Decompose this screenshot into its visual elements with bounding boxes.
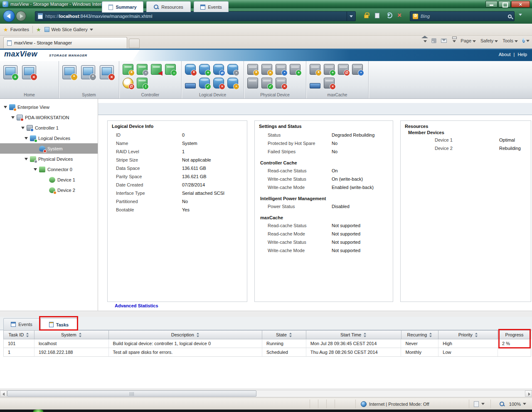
tree-item-system[interactable]: System	[0, 143, 98, 154]
scrollbar-thumb[interactable]	[7, 390, 256, 397]
delete-logical-device-icon[interactable]	[213, 78, 224, 88]
sort-icon[interactable]	[79, 333, 82, 337]
search-input[interactable]: Bing	[410, 11, 515, 21]
logical-keyboard-icon[interactable]	[185, 83, 196, 88]
tree-item-device-2[interactable]: Device 2	[0, 185, 98, 195]
verify-logical-device-icon[interactable]	[199, 78, 210, 88]
logical-lock-icon[interactable]	[227, 64, 238, 75]
sort-icon[interactable]	[197, 333, 200, 337]
tools-menu[interactable]: Tools	[502, 38, 518, 43]
maxcache-delete-icon[interactable]	[324, 78, 335, 88]
tab-summary[interactable]: Summary	[102, 1, 143, 12]
sort-icon[interactable]	[26, 333, 29, 337]
add-system-icon[interactable]	[3, 65, 17, 79]
home-button[interactable]	[422, 38, 427, 43]
favorites-button[interactable]: Favorites	[10, 27, 29, 32]
column-header-progress[interactable]: Progress	[498, 331, 531, 339]
migrate-logical-device-icon[interactable]	[213, 64, 224, 75]
maxcache-disable-icon[interactable]	[338, 64, 349, 75]
chevron-down-icon[interactable]	[90, 29, 93, 31]
horizontal-scrollbar[interactable]	[0, 390, 532, 397]
close-button[interactable]	[511, 1, 530, 7]
sort-icon[interactable]	[429, 333, 432, 337]
maximize-button[interactable]	[498, 1, 510, 7]
verify-physical-device-icon[interactable]	[261, 78, 272, 88]
column-header-state[interactable]: State	[262, 331, 306, 339]
maxcache-settings-icon[interactable]	[310, 64, 320, 75]
tree-item-logical-devices[interactable]: Logical Devices	[0, 133, 98, 143]
zoom-control[interactable]: 100%	[500, 398, 526, 410]
expander-icon[interactable]	[3, 105, 8, 109]
tree-item-device-1[interactable]: Device 1	[0, 174, 98, 185]
logical-settings-icon[interactable]	[185, 64, 196, 75]
sort-icon[interactable]	[475, 333, 478, 337]
rss-feed-icon[interactable]	[431, 38, 436, 43]
logical-schedule-icon[interactable]	[227, 78, 238, 88]
tree-item-physical-devices[interactable]: Physical Devices	[0, 154, 98, 164]
new-tab-button[interactable]	[129, 39, 140, 48]
physical-uninitialize-icon[interactable]	[261, 64, 272, 75]
physical-locate-icon[interactable]	[276, 64, 286, 75]
expander-icon[interactable]	[21, 125, 25, 130]
expander-icon[interactable]	[24, 157, 29, 161]
controller-diagnostics-icon[interactable]	[137, 78, 148, 88]
controller-settings-icon[interactable]	[123, 64, 133, 75]
search-icon[interactable]	[508, 15, 512, 18]
advanced-statistics-link[interactable]: Advanced Statistics	[115, 303, 158, 308]
maxcache-status-icon[interactable]	[352, 64, 363, 75]
tab-events-bottom[interactable]: Events	[3, 318, 40, 330]
tree-item-controller-1[interactable]: Controller 1	[0, 123, 98, 133]
column-header-priority[interactable]: Priority	[438, 331, 498, 339]
column-header-recurring[interactable]: Recurring	[401, 331, 439, 339]
column-header-task-id[interactable]: Task ID	[4, 331, 34, 339]
tree-item-enterprise-view[interactable]: Enterprise View	[0, 102, 98, 112]
tree-item-workstation[interactable]: PDA-WORKSTATION	[0, 112, 98, 123]
forward-button[interactable]	[16, 11, 26, 21]
scroll-right-button[interactable]	[525, 390, 532, 397]
controller-rescan-icon[interactable]	[165, 64, 176, 75]
about-link[interactable]: About	[499, 52, 511, 57]
physical-initialize-icon[interactable]	[290, 64, 300, 75]
system-config-icon[interactable]	[81, 65, 95, 79]
column-header-system[interactable]: System	[34, 331, 109, 339]
stop-button[interactable]	[397, 12, 403, 18]
web-slice-gallery-button[interactable]: Web Slice Gallery	[52, 27, 88, 32]
silence-alarm-icon[interactable]	[123, 78, 133, 88]
add-favorite-icon[interactable]	[36, 27, 41, 33]
table-row[interactable]: 1 192.168.222.188 Test all spare disks f…	[3, 348, 531, 357]
expander-icon[interactable]	[24, 136, 29, 140]
clear-configuration-icon[interactable]	[100, 65, 114, 79]
search-dropdown-icon[interactable]	[519, 14, 522, 16]
compatibility-view-button[interactable]	[375, 13, 379, 18]
page-mode-button[interactable]	[474, 398, 485, 410]
back-button[interactable]	[3, 10, 15, 22]
help-link[interactable]: Help	[517, 52, 527, 57]
mail-icon[interactable]	[441, 39, 447, 43]
sort-icon[interactable]	[289, 333, 292, 337]
expander-icon[interactable]	[11, 115, 15, 120]
maxcache-create-icon[interactable]	[324, 64, 335, 75]
url-dropdown-button[interactable]	[347, 12, 353, 21]
refresh-button[interactable]	[387, 12, 392, 18]
table-row[interactable]: 101 localhost Build logical device: cont…	[3, 339, 531, 348]
system-settings-icon[interactable]	[62, 65, 76, 79]
help-button[interactable]	[522, 38, 530, 44]
delete-system-icon[interactable]	[22, 65, 36, 79]
controller-save-config-icon[interactable]	[137, 64, 148, 75]
tab-events[interactable]: Events	[194, 1, 229, 12]
maxcache-keyboard-icon[interactable]	[310, 83, 320, 88]
column-header-description[interactable]: Description	[109, 331, 262, 339]
start-orb-icon[interactable]	[33, 410, 43, 412]
browser-tab[interactable]: maxView - Storage Manager	[3, 37, 127, 48]
tree-item-connector-0[interactable]: Connector 0	[0, 164, 98, 174]
physical-device-icon[interactable]	[247, 78, 258, 88]
page-menu[interactable]: Page	[461, 38, 476, 43]
physical-settings-icon[interactable]	[247, 64, 258, 75]
safety-menu[interactable]: Safety	[480, 38, 498, 43]
tab-tasks[interactable]: Tasks	[40, 318, 77, 331]
url-field[interactable]: https://localhost:8443/maxview/manager/m…	[35, 11, 356, 21]
controller-restore-icon[interactable]	[151, 64, 162, 75]
sort-icon[interactable]	[364, 333, 367, 337]
column-header-start-time[interactable]: Start Time	[306, 331, 401, 339]
scroll-left-button[interactable]	[0, 390, 7, 397]
